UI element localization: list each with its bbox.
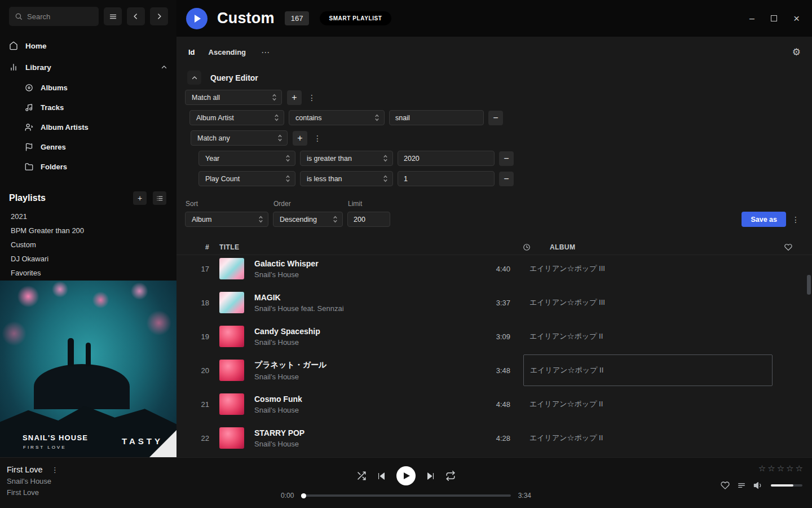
repeat-button[interactable] (445, 471, 456, 481)
sidebar-item-library[interactable]: Library (0, 56, 176, 78)
track-album[interactable]: エイリアン☆ポップ III (529, 264, 773, 274)
save-menu-button[interactable]: ⋮ (791, 212, 801, 227)
track-title[interactable]: MAGIK (254, 293, 471, 302)
gear-icon[interactable]: ⚙ (792, 46, 801, 58)
track-title[interactable]: プラネット・ガール (254, 360, 471, 370)
rule-operator-select[interactable]: is greater than (300, 151, 393, 166)
nav-back-button[interactable] (127, 7, 145, 25)
sort-select[interactable]: Album (185, 212, 268, 227)
rule-field-select[interactable]: Year (198, 151, 295, 166)
track-menu-button[interactable]: ⋮ (51, 466, 59, 474)
volume-slider[interactable] (771, 484, 802, 487)
track-artist[interactable]: Snail's House (254, 440, 471, 448)
sidebar-item-genres[interactable]: Genres (0, 137, 176, 157)
track-album[interactable]: エイリアン☆ポップ II (529, 433, 773, 443)
track-title[interactable]: Cosmo Funk (254, 395, 471, 404)
queue-button[interactable] (737, 481, 746, 490)
group-menu-button[interactable]: ⋮ (307, 90, 317, 105)
column-header-number[interactable]: # (184, 243, 209, 251)
window-close-button[interactable]: × (793, 13, 800, 24)
playlist-item[interactable]: BPM Greater than 200 (0, 224, 176, 238)
add-playlist-button[interactable]: + (133, 191, 147, 205)
playlist-item[interactable]: 2021 (0, 209, 176, 224)
rule-operator-select[interactable]: contains (289, 110, 385, 125)
playlist-item[interactable]: Favorites (0, 266, 176, 280)
rule-value-input[interactable] (389, 110, 484, 125)
more-horizontal-icon[interactable]: ⋯ (261, 47, 270, 58)
table-row[interactable]: 22 STARRY POP Snail's House 4:28 エイリアン☆ポ… (176, 421, 812, 455)
table-row[interactable]: 21 Cosmo Funk Snail's House 4:48 エイリアン☆ポ… (176, 387, 812, 421)
track-artist[interactable]: Snail's House (254, 338, 471, 347)
match-mode-select[interactable]: Match any (191, 130, 288, 146)
sort-field-button[interactable]: Id (188, 48, 195, 56)
match-mode-select[interactable]: Match all (185, 90, 282, 105)
table-row[interactable]: 18 MAGIK Snail's House feat. Sennzai 3:3… (176, 286, 812, 319)
column-header-album[interactable]: ALBUM (550, 243, 773, 251)
sidebar-item-folders[interactable]: Folders (0, 157, 176, 177)
track-artist[interactable]: Snail's House (254, 406, 471, 414)
sidebar-item-tracks[interactable]: Tracks (0, 98, 176, 117)
nav-forward-button[interactable] (150, 7, 168, 25)
star-icon[interactable]: ☆ (777, 463, 784, 474)
seek-bar[interactable] (301, 494, 510, 497)
column-header-favorite[interactable] (773, 243, 804, 251)
column-header-duration[interactable] (491, 243, 531, 251)
scrollbar-thumb[interactable] (807, 275, 811, 295)
menu-button[interactable] (104, 7, 122, 25)
track-title[interactable]: Candy Spaceship (254, 327, 471, 336)
seek-knob[interactable] (301, 493, 306, 498)
track-album[interactable]: エイリアン☆ポップ III (529, 297, 773, 308)
play-pause-button[interactable] (396, 466, 416, 485)
playlist-item[interactable]: Custom (0, 238, 176, 252)
window-minimize-button[interactable]: – (749, 14, 754, 24)
now-playing-artwork[interactable]: SNAIL'S HOUSE FIRST LOVE TASTY (0, 281, 176, 457)
star-icon[interactable]: ☆ (758, 463, 766, 474)
save-as-button[interactable]: Save as (742, 212, 786, 227)
search-input[interactable] (27, 12, 93, 21)
track-artist[interactable]: Snail's House (254, 270, 471, 279)
search-input-container[interactable] (9, 7, 99, 26)
remove-rule-button[interactable]: − (499, 151, 514, 166)
play-playlist-button[interactable] (186, 8, 208, 29)
star-icon[interactable]: ☆ (767, 463, 775, 474)
track-title[interactable]: STARRY POP (254, 428, 471, 437)
next-track-button[interactable] (426, 471, 435, 481)
query-editor-collapse-button[interactable] (187, 71, 201, 85)
playlist-list-button[interactable] (153, 191, 166, 205)
sidebar-item-album-artists[interactable]: Album Artists (0, 117, 176, 137)
window-maximize-button[interactable] (771, 15, 777, 21)
star-icon[interactable]: ☆ (786, 463, 793, 474)
remove-rule-button[interactable]: − (499, 172, 514, 186)
rule-value-input[interactable] (398, 171, 495, 186)
track-artist[interactable]: Snail's House feat. Sennzai (254, 304, 471, 313)
add-rule-button[interactable]: + (293, 131, 307, 146)
rule-value-input[interactable] (398, 151, 495, 166)
track-title[interactable]: Galactic Whisper (254, 259, 471, 268)
shuffle-button[interactable] (356, 471, 367, 481)
rule-field-select[interactable]: Play Count (198, 171, 295, 186)
sort-direction-button[interactable]: Ascending (209, 48, 246, 56)
previous-track-button[interactable] (377, 471, 386, 481)
track-album[interactable]: エイリアン☆ポップ II (529, 331, 773, 341)
chevron-up-icon[interactable] (161, 64, 167, 71)
track-album-focused[interactable]: エイリアン☆ポップ II (523, 354, 773, 386)
group-menu-button[interactable]: ⋮ (312, 131, 323, 146)
add-rule-button[interactable]: + (287, 90, 302, 105)
limit-input[interactable] (347, 212, 390, 227)
table-row[interactable]: 17 Galactic Whisper Snail's House 4:40 エ… (176, 255, 812, 286)
rule-operator-select[interactable]: is less than (300, 171, 393, 186)
table-row[interactable]: 20 プラネット・ガール Snail's House 3:48 エイリアン☆ポッ… (176, 353, 812, 387)
rating-stars[interactable]: ☆ ☆ ☆ ☆ ☆ (758, 463, 803, 474)
sidebar-item-home[interactable]: Home (0, 35, 176, 56)
table-row[interactable]: 19 Candy Spaceship Snail's House 3:09 エイ… (176, 319, 812, 353)
volume-icon[interactable] (753, 480, 764, 491)
track-album[interactable]: エイリアン☆ポップ II (529, 399, 773, 409)
track-artist[interactable]: Snail's House (254, 373, 471, 381)
rule-field-select[interactable]: Album Artist (189, 110, 284, 125)
column-header-title[interactable]: TITLE (219, 243, 491, 251)
order-select[interactable]: Descending (273, 212, 343, 227)
favorite-button[interactable] (721, 481, 730, 490)
star-icon[interactable]: ☆ (796, 463, 803, 474)
remove-rule-button[interactable]: − (488, 111, 503, 125)
playlist-item[interactable]: DJ Okawari (0, 252, 176, 266)
